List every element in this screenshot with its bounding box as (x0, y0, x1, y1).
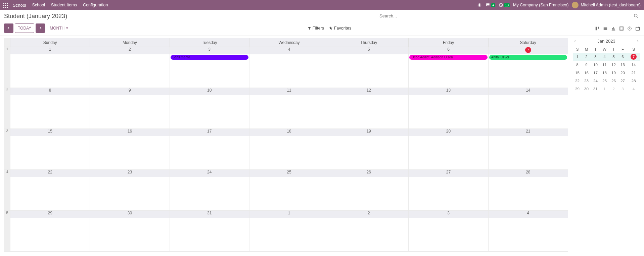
day-number-cell[interactable]: 8 (10, 88, 90, 95)
day-number-cell[interactable]: 2 (90, 47, 170, 54)
mini-day-cell[interactable]: 6 (618, 53, 627, 61)
day-cell[interactable] (329, 136, 409, 170)
day-cell[interactable] (90, 218, 170, 252)
search-input[interactable] (378, 12, 640, 20)
company-selector[interactable]: My Company (San Francisco) (513, 3, 568, 7)
view-kanban-icon[interactable] (595, 25, 600, 31)
day-number-cell[interactable]: 3 (409, 211, 488, 218)
day-number-cell[interactable]: 31 (170, 211, 249, 218)
view-activity-icon[interactable] (627, 25, 632, 31)
app-brand[interactable]: School (13, 3, 26, 8)
mini-day-cell[interactable]: 4 (627, 85, 640, 93)
day-cell[interactable] (488, 95, 568, 129)
day-cell[interactable] (10, 95, 90, 129)
mini-day-cell[interactable]: 7 (627, 53, 640, 61)
day-number-cell[interactable]: 7 (488, 47, 568, 54)
mini-day-cell[interactable]: 17 (591, 69, 600, 77)
mini-day-cell[interactable]: 13 (618, 61, 627, 69)
mini-day-cell[interactable]: 12 (609, 61, 618, 69)
mini-day-cell[interactable]: 1 (573, 53, 582, 61)
day-number-cell[interactable]: 5 (329, 47, 409, 54)
favorites-button[interactable]: Favorites (329, 26, 351, 31)
day-number-cell[interactable]: 15 (10, 129, 90, 136)
day-number-cell[interactable]: 22 (10, 170, 90, 177)
day-number-cell[interactable]: 11 (249, 88, 329, 95)
mini-day-cell[interactable]: 15 (573, 69, 582, 77)
day-cell[interactable] (249, 95, 329, 129)
view-calendar-icon[interactable] (635, 25, 640, 31)
day-cell[interactable] (90, 136, 170, 170)
day-number-cell[interactable]: 12 (329, 88, 409, 95)
day-number-cell[interactable]: 21 (488, 129, 568, 136)
filters-button[interactable]: Filters (308, 26, 324, 31)
mini-day-cell[interactable]: 31 (591, 85, 600, 93)
today-button[interactable]: TODAY (15, 23, 34, 33)
day-cell[interactable] (329, 95, 409, 129)
mini-day-cell[interactable]: 28 (627, 77, 640, 85)
menu-student-items[interactable]: Student Items (51, 3, 77, 7)
day-number-cell[interactable]: 25 (249, 170, 329, 177)
day-number-cell[interactable]: 14 (488, 88, 568, 95)
mini-day-cell[interactable]: 8 (573, 61, 582, 69)
day-number-cell[interactable]: 24 (170, 170, 249, 177)
day-cell[interactable] (409, 177, 488, 211)
mini-day-cell[interactable]: 2 (582, 53, 591, 61)
day-number-cell[interactable]: 20 (409, 129, 488, 136)
day-cell[interactable]: Deco Addict, Addison Olson (409, 54, 488, 88)
day-cell[interactable] (409, 218, 488, 252)
day-number-cell[interactable]: 30 (90, 211, 170, 218)
day-number-cell[interactable]: 28 (488, 170, 568, 177)
day-cell[interactable] (10, 136, 90, 170)
day-cell[interactable] (10, 177, 90, 211)
mini-day-cell[interactable]: 30 (582, 85, 591, 93)
mini-day-cell[interactable]: 24 (591, 77, 600, 85)
mini-day-cell[interactable]: 2 (609, 85, 618, 93)
mini-day-cell[interactable]: 22 (573, 77, 582, 85)
day-number-cell[interactable]: 10 (170, 88, 249, 95)
mini-day-cell[interactable]: 27 (618, 77, 627, 85)
mini-day-cell[interactable]: 9 (582, 61, 591, 69)
day-cell[interactable]: Anital Oliver (488, 54, 568, 88)
mini-prev-button[interactable]: ‹ (573, 38, 577, 44)
day-cell[interactable]: Sahil mehta (170, 54, 249, 88)
view-list-icon[interactable] (603, 25, 608, 31)
day-number-cell[interactable]: 17 (170, 129, 249, 136)
mini-day-cell[interactable]: 3 (591, 53, 600, 61)
day-cell[interactable] (249, 218, 329, 252)
mini-day-cell[interactable]: 21 (627, 69, 640, 77)
chat-icon[interactable]: 4 (485, 3, 495, 7)
day-number-cell[interactable]: 3 (170, 47, 249, 54)
day-cell[interactable] (10, 54, 90, 88)
day-number-cell[interactable]: 4 (488, 211, 568, 218)
day-cell[interactable] (170, 95, 249, 129)
view-pivot-icon[interactable] (619, 25, 624, 31)
mini-day-cell[interactable]: 3 (618, 85, 627, 93)
day-cell[interactable] (249, 54, 329, 88)
mini-day-cell[interactable]: 20 (618, 69, 627, 77)
day-cell[interactable] (90, 177, 170, 211)
view-graph-icon[interactable] (611, 25, 616, 31)
day-number-cell[interactable]: 1 (249, 211, 329, 218)
day-cell[interactable] (170, 177, 249, 211)
day-cell[interactable] (249, 136, 329, 170)
mini-next-button[interactable]: › (636, 38, 640, 44)
day-cell[interactable] (329, 177, 409, 211)
day-number-cell[interactable]: 2 (329, 211, 409, 218)
day-number-cell[interactable]: 29 (10, 211, 90, 218)
day-number-cell[interactable]: 26 (329, 170, 409, 177)
day-cell[interactable] (488, 136, 568, 170)
day-number-cell[interactable]: 16 (90, 129, 170, 136)
calendar-event[interactable]: Deco Addict, Addison Olson (409, 55, 487, 60)
day-cell[interactable] (90, 54, 170, 88)
search-icon[interactable] (634, 13, 639, 19)
mini-day-cell[interactable]: 5 (609, 53, 618, 61)
menu-school[interactable]: School (32, 3, 45, 7)
day-cell[interactable] (488, 177, 568, 211)
mini-day-cell[interactable]: 19 (609, 69, 618, 77)
calendar-event[interactable]: Sahil mehta (171, 55, 248, 60)
mini-day-cell[interactable]: 26 (609, 77, 618, 85)
activity-icon[interactable]: 13 (499, 3, 510, 7)
day-number-cell[interactable]: 9 (90, 88, 170, 95)
day-number-cell[interactable]: 19 (329, 129, 409, 136)
mini-day-cell[interactable]: 14 (627, 61, 640, 69)
